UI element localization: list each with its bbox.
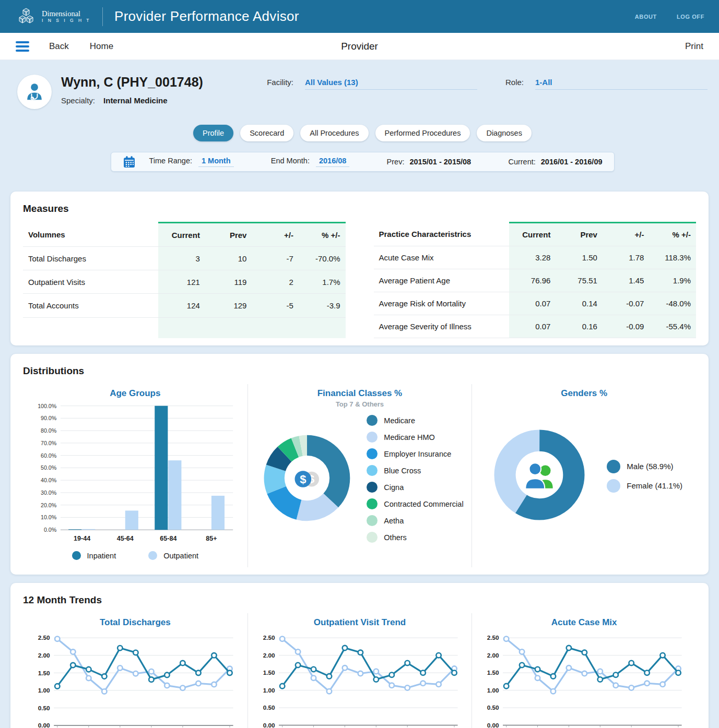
provider-hero: Wynn, C (PHY_001748) Specialty:Internal …: [0, 60, 719, 183]
legend-label: Aetha: [384, 517, 404, 525]
tab-profile[interactable]: Profile: [193, 125, 233, 141]
table-row: Average Patient Age 76.96 75.51 1.45 1.9…: [374, 269, 697, 292]
facility-select[interactable]: All Values (13): [305, 78, 477, 90]
print-button[interactable]: Print: [685, 41, 703, 52]
end-month-label: End Month:: [271, 157, 310, 165]
svg-text:100.0%: 100.0%: [38, 403, 57, 409]
legend-swatch: [367, 432, 378, 443]
trends-card: 12 Month Trends Total Discharges 0.000.5…: [10, 583, 709, 728]
time-range-label: Time Range:: [149, 157, 192, 165]
legend-label: Inpatient: [87, 552, 116, 560]
genders-donut: [486, 421, 593, 531]
legend-label: Female (41.1%): [627, 481, 682, 490]
legend-item: Medicare: [367, 415, 463, 426]
table-spacer-row: [23, 317, 346, 338]
legend-swatch: [148, 551, 157, 560]
end-month-select[interactable]: 2016/08: [316, 157, 349, 167]
legend-item: Contracted Commercial: [367, 498, 463, 509]
current-range-label: Current:: [508, 158, 535, 166]
legend-item: Medicare HMO: [367, 432, 463, 443]
svg-text:50.0%: 50.0%: [41, 464, 57, 471]
role-select[interactable]: 1-All: [535, 78, 708, 90]
table-row: Total Discharges 3 10 -7 -70.0%: [23, 247, 346, 270]
total-discharges-chart-title: Total Discharges: [29, 617, 241, 628]
header-divider: [102, 7, 103, 26]
svg-text:1.50: 1.50: [487, 669, 499, 676]
specialty-value: Internal Medicine: [103, 96, 168, 105]
brand-text: Dimensional I N S I G H T: [42, 10, 91, 22]
legend-label: Cigna: [384, 483, 404, 492]
svg-text:1.50: 1.50: [263, 669, 275, 676]
legend-label: Contracted Commercial: [384, 500, 463, 508]
prev-range-value: 2015/01 - 2015/08: [409, 158, 471, 166]
legend-swatch: [607, 479, 620, 493]
svg-text:0.00: 0.00: [263, 722, 275, 728]
facility-field: Facility: All Values (13): [267, 78, 477, 90]
legend-item: Inpatient: [72, 551, 116, 560]
svg-text:70.0%: 70.0%: [41, 440, 57, 446]
app-title: Provider Performance Advisor: [114, 8, 299, 25]
back-link[interactable]: Back: [49, 41, 69, 52]
legend-label: Male (58.9%): [627, 462, 673, 471]
column-header: % +/-: [299, 223, 346, 247]
legend-label: Others: [384, 533, 407, 542]
time-range-select[interactable]: 1 Month: [198, 157, 234, 167]
table-row: Outpatient Visits 121 119 2 1.7%: [23, 270, 346, 294]
table-row: Acute Case Mix 3.28 1.50 1.78 118.3%: [374, 246, 697, 269]
trends-title: 12 Month Trends: [23, 594, 696, 606]
tab-diagnoses[interactable]: Diagnoses: [477, 125, 532, 141]
tab-all-procedures[interactable]: All Procedures: [300, 125, 368, 141]
provider-specialty: Specialty:Internal Medicine: [61, 96, 219, 105]
legend-item: Female (41.1%): [607, 479, 682, 493]
legend-swatch: [367, 465, 378, 476]
column-header: Prev: [556, 223, 603, 246]
legend-label: Medicare HMO: [384, 433, 435, 441]
svg-text:30.0%: 30.0%: [41, 490, 57, 496]
svg-text:1.00: 1.00: [487, 687, 499, 694]
app-header: Dimensional I N S I G H T Provider Perfo…: [0, 0, 719, 33]
svg-text:0.00: 0.00: [38, 722, 50, 728]
table-row: Average Risk of Mortality 0.07 0.14 -0.0…: [374, 292, 697, 315]
svg-text:80.0%: 80.0%: [41, 427, 57, 434]
legend-item: Male (58.9%): [607, 460, 682, 473]
legend-label: Medicare: [384, 416, 415, 425]
legend-item: Blue Cross: [367, 465, 463, 476]
svg-text:2.00: 2.00: [487, 652, 499, 659]
financial-classes-legend: MedicareMedicare HMOEmployer InsuranceBl…: [367, 415, 463, 543]
legend-item: Outpatient: [148, 551, 198, 560]
tab-bar: Profile Scorecard All Procedures Perform…: [17, 125, 708, 141]
legend-swatch: [72, 551, 81, 560]
time-range-bar: Time Range:1 Month End Month:2016/08 Pre…: [111, 152, 615, 172]
legend-item: Aetha: [367, 515, 463, 526]
measures-title: Measures: [23, 203, 696, 214]
legend-swatch: [367, 498, 378, 509]
column-header: Current: [509, 223, 556, 246]
legend-swatch: [367, 515, 378, 526]
about-link[interactable]: ABOUT: [635, 14, 657, 20]
age-groups-chart-title: Age Groups: [29, 388, 241, 399]
page-title: Provider: [341, 41, 378, 52]
svg-text:0.50: 0.50: [38, 705, 50, 711]
genders-legend: Male (58.9%)Female (41.1%): [607, 460, 682, 493]
acute-case-mix-line-chart: 0.000.501.001.502.002.50AugOctDecFebAprJ…: [478, 631, 690, 728]
calendar-icon[interactable]: [123, 156, 136, 169]
acute-case-mix-chart-title: Acute Case Mix: [478, 617, 690, 628]
svg-text:0.50: 0.50: [263, 704, 275, 711]
financial-classes-donut: $ $: [256, 427, 358, 531]
legend-label: Outpatient: [163, 552, 198, 560]
tab-performed-procedures[interactable]: Performed Procedures: [375, 125, 470, 141]
home-link[interactable]: Home: [90, 41, 113, 52]
column-header: Practice Characteristrics: [374, 223, 509, 246]
column-header: Volumnes: [23, 223, 158, 247]
tab-scorecard[interactable]: Scorecard: [240, 125, 293, 141]
column-header: Current: [158, 223, 205, 247]
nav-bar: Back Home Provider Print: [0, 33, 719, 60]
distributions-card: Distributions Age Groups 100.0%90.0%80.0…: [10, 354, 709, 575]
svg-text:0.50: 0.50: [487, 704, 499, 711]
brand-line1: Dimensional: [42, 10, 91, 18]
svg-text:19-44: 19-44: [74, 535, 90, 542]
hamburger-menu-icon[interactable]: [16, 41, 29, 52]
age-groups-legend: InpatientOutpatient: [29, 551, 241, 560]
svg-text:45-64: 45-64: [117, 535, 134, 542]
logoff-link[interactable]: LOG OFF: [677, 14, 704, 20]
